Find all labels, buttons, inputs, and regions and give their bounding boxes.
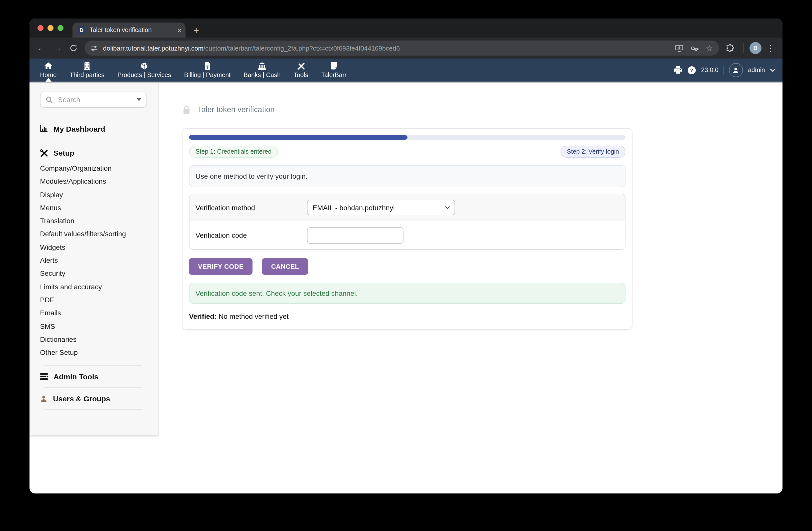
password-key-icon[interactable] — [690, 44, 699, 52]
page-title: Taler token verification — [198, 105, 275, 114]
talerbarr-note-icon — [331, 61, 337, 70]
url-path: /custom/talerbarr/talerconfig_2fa.php?ct… — [203, 44, 400, 52]
reload-icon[interactable] — [67, 41, 81, 55]
tools-icon — [297, 61, 305, 70]
verification-card: Step 1: Credentials entered Step 2: Veri… — [182, 128, 633, 330]
search-icon — [45, 96, 53, 103]
step2-badge: Step 2: Verify login — [561, 145, 625, 158]
user-avatar-icon[interactable] — [729, 63, 743, 77]
selected-method: EMAIL - bohdan.potuzhnyi — [313, 204, 395, 211]
users-icon — [40, 395, 47, 403]
sidebar-item-security[interactable]: Security — [40, 267, 150, 280]
building-icon — [84, 61, 90, 70]
app-navbar: Home Third parties Products | Services $… — [29, 58, 783, 83]
steps-row: Step 1: Credentials entered Step 2: Veri… — [189, 145, 625, 158]
nav-tools[interactable]: Tools — [287, 58, 315, 82]
install-app-icon[interactable] — [675, 44, 683, 52]
nav-banks-cash[interactable]: Banks | Cash — [237, 58, 287, 82]
tab-title: Taler token verification — [89, 27, 174, 33]
verify-code-button[interactable]: VERIFY CODE — [189, 258, 252, 275]
navbar-divider — [724, 66, 724, 74]
nav-products-services[interactable]: Products | Services — [111, 58, 178, 82]
sidebar-item-company[interactable]: Company/Organization — [40, 162, 150, 175]
nav-label: Tools — [294, 72, 308, 79]
server-stack-icon — [40, 373, 48, 381]
minimize-window-button[interactable] — [47, 25, 54, 31]
svg-text:?: ? — [690, 67, 694, 73]
svg-text:$: $ — [206, 65, 208, 69]
setup-menu-list: Company/Organization Modules/Application… — [40, 162, 150, 359]
sidebar-item-default-values[interactable]: Default values/filters/sorting — [40, 227, 150, 241]
code-label: Verification code — [195, 231, 307, 239]
user-menu-chevron-icon[interactable] — [770, 68, 775, 72]
sidebar-item-pdf[interactable]: PDF — [40, 293, 150, 307]
nav-label: Banks | Cash — [244, 72, 280, 79]
sidebar-item-dictionaries[interactable]: Dictionaries — [40, 333, 150, 346]
site-info-icon[interactable] — [90, 44, 98, 52]
sidebar-item-limits[interactable]: Limits and accuracy — [40, 280, 150, 293]
sidebar-item-modules[interactable]: Modules/Applications — [40, 175, 150, 188]
browser-profile-avatar[interactable]: B — [750, 42, 762, 54]
nav-talerbarr[interactable]: TalerBarr — [315, 58, 353, 82]
instruction-box: Use one method to verify your login. — [189, 165, 625, 187]
window-controls — [38, 25, 63, 31]
code-sent-notice: Verification code sent. Check your selec… — [189, 283, 625, 304]
address-bar[interactable]: dolibarr.tutorial.taler.potuzhnyi.com/cu… — [85, 41, 719, 56]
sidebar-item-menus[interactable]: Menus — [40, 201, 150, 214]
sidebar-section-label: Users & Groups — [53, 395, 110, 403]
sidebar: My Dashboard Setup Company/Organization … — [29, 83, 159, 435]
sidebar-item-display[interactable]: Display — [40, 188, 150, 201]
sidebar-item-widgets[interactable]: Widgets — [40, 241, 150, 254]
close-tab-icon[interactable]: × — [177, 26, 182, 34]
nav-billing-payment[interactable]: $ Billing | Payment — [178, 58, 237, 82]
verified-status: Verified: No method verified yet — [189, 312, 625, 320]
main-area: Taler token verification Step 1: Credent… — [159, 83, 783, 330]
sidebar-item-sms[interactable]: SMS — [40, 320, 150, 333]
extensions-icon[interactable] — [723, 41, 737, 55]
verification-method-select[interactable]: EMAIL - bohdan.potuzhnyi — [307, 200, 455, 215]
sidebar-section-setup[interactable]: Setup — [40, 149, 150, 157]
sidebar-section-admin-tools[interactable]: Admin Tools — [40, 373, 150, 381]
cancel-button[interactable]: CANCEL — [262, 258, 308, 275]
nav-third-parties[interactable]: Third parties — [63, 58, 111, 82]
dashboard-chart-icon — [40, 125, 48, 132]
browser-window: D Taler token verification × + ← → dolib… — [29, 18, 783, 493]
browser-tab[interactable]: D Taler token verification × — [72, 23, 186, 38]
app-version: 23.0.0 — [701, 67, 719, 73]
back-icon[interactable]: ← — [34, 41, 48, 55]
url-text: dolibarr.tutorial.taler.potuzhnyi.com/cu… — [103, 44, 675, 52]
nav-label: Home — [40, 72, 57, 79]
sidebar-section-users-groups[interactable]: Users & Groups — [40, 395, 150, 403]
method-label: Verification method — [195, 204, 307, 211]
sidebar-item-translation[interactable]: Translation — [40, 214, 150, 227]
verification-code-input[interactable] — [307, 227, 404, 243]
sidebar-search[interactable] — [40, 92, 147, 108]
browser-menu-icon[interactable]: ⋮ — [764, 41, 778, 55]
sidebar-item-label: My Dashboard — [54, 125, 105, 133]
search-input[interactable] — [57, 95, 136, 104]
sidebar-item-other-setup[interactable]: Other Setup — [40, 346, 150, 359]
lock-icon — [182, 104, 191, 115]
nav-label: TalerBarr — [321, 72, 347, 79]
sidebar-divider — [44, 388, 142, 388]
zoom-window-button[interactable] — [58, 25, 63, 31]
forward-icon[interactable]: → — [50, 41, 64, 55]
dolibarr-favicon-icon: D — [77, 26, 86, 34]
nav-home[interactable]: Home — [33, 58, 63, 82]
bookmark-star-icon[interactable]: ☆ — [706, 43, 713, 53]
page-title-row: Taler token verification — [182, 104, 783, 115]
sidebar-item-emails[interactable]: Emails — [40, 307, 150, 320]
new-tab-button[interactable]: + — [193, 26, 199, 35]
print-icon[interactable] — [673, 66, 682, 74]
nav-label: Billing | Payment — [184, 72, 231, 79]
verification-table: Verification method EMAIL - bohdan.potuz… — [189, 194, 625, 250]
navbar-right-cluster: ? 23.0.0 admin — [673, 58, 780, 82]
help-icon[interactable]: ? — [687, 66, 696, 74]
sidebar-item-dashboard[interactable]: My Dashboard — [40, 125, 150, 133]
sidebar-item-alerts[interactable]: Alerts — [40, 254, 150, 267]
browser-toolbar: ← → dolibarr.tutorial.taler.potuzhnyi.co… — [29, 38, 783, 58]
close-window-button[interactable] — [38, 25, 44, 31]
sidebar-section-label: Setup — [54, 149, 74, 157]
search-dropdown-caret-icon[interactable] — [136, 98, 142, 101]
user-name[interactable]: admin — [748, 67, 765, 73]
